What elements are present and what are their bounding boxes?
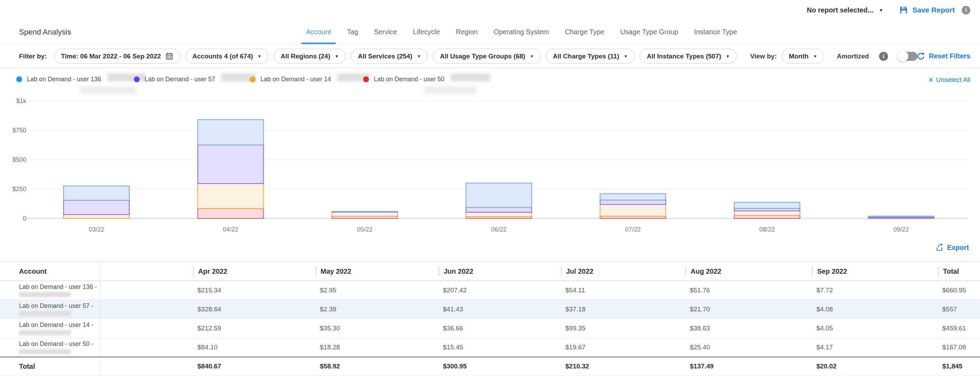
bar-segment-lab-on-demand-user-136-05-22[interactable] bbox=[332, 211, 398, 212]
filter-pill-all-usage-type-groups[interactable]: All Usage Type Groups (68)▼ bbox=[433, 49, 541, 63]
bar-segment-lab-on-demand-user-50-07-22[interactable] bbox=[600, 216, 666, 218]
report-selector-label: No report selected... bbox=[807, 6, 873, 14]
value-cell: $167.08 bbox=[938, 338, 980, 357]
bar-segment-lab-on-demand-user-136-08-22[interactable] bbox=[734, 202, 800, 208]
table-header-row: AccountApr 2022May 2022Jun 2022Jul 2022A… bbox=[0, 262, 980, 281]
filter-pill-all-charge-types[interactable]: All Charge Types (11)▼ bbox=[546, 49, 635, 63]
value-cell: $54.11 bbox=[561, 281, 686, 300]
unselect-all-label: Unselect All bbox=[936, 76, 970, 84]
column-header-account: Account bbox=[0, 262, 100, 281]
filter-pill-all-regions[interactable]: All Regions (24)▼ bbox=[274, 49, 345, 63]
column-header-may-2022: May 2022 bbox=[315, 262, 439, 281]
filter-pill-all-instance-types[interactable]: All Instance Types (507)▼ bbox=[640, 49, 737, 63]
account-name: Lab on Demand - user 50 - bbox=[19, 340, 100, 347]
bar-segment-lab-on-demand-user-136-07-22[interactable] bbox=[600, 194, 666, 200]
filter-pill-accounts-4[interactable]: Accounts 4 (of 674)▼ bbox=[185, 49, 268, 63]
tab-instance-type[interactable]: Instance Type bbox=[694, 20, 737, 44]
x-axis-tick-label: 04/22 bbox=[223, 226, 238, 233]
tab-service[interactable]: Service bbox=[374, 20, 397, 44]
account-name: Lab on Demand - user 136 - bbox=[19, 283, 100, 290]
bar-segment-lab-on-demand-user-14-08-22[interactable] bbox=[734, 211, 800, 215]
value-cell: $51.76 bbox=[686, 281, 812, 300]
table-row-lab-on-demand-user-57: Lab on Demand - user 57 -$328.64$2.39$41… bbox=[0, 300, 980, 319]
column-header-aug-2022: Aug 2022 bbox=[686, 262, 812, 281]
save-report-label: Save Report bbox=[912, 6, 955, 14]
filter-by-label: Filter by: bbox=[19, 52, 47, 60]
legend-dot bbox=[363, 76, 369, 82]
amortized-info-icon[interactable]: i bbox=[879, 52, 888, 61]
chevron-down-icon: ▼ bbox=[879, 8, 883, 13]
export-row: Export bbox=[0, 238, 980, 262]
filter-pill-label: All Regions (24) bbox=[280, 52, 330, 60]
bar-segment-lab-on-demand-user-57-08-22[interactable] bbox=[734, 208, 800, 211]
bar-segment-lab-on-demand-user-136-03-22[interactable] bbox=[64, 186, 129, 200]
bar-segment-lab-on-demand-user-14-05-22[interactable] bbox=[332, 212, 398, 216]
column-header-apr-2022: Apr 2022 bbox=[193, 262, 315, 281]
unselect-all-button[interactable]: × Unselect All bbox=[929, 76, 970, 84]
total-value-cell: $210.32 bbox=[561, 357, 686, 376]
bar-segment-lab-on-demand-user-57-04-22[interactable] bbox=[198, 145, 264, 184]
chevron-down-icon: ▼ bbox=[813, 54, 817, 59]
value-cell: $7.72 bbox=[812, 281, 938, 300]
spacer-cell bbox=[100, 357, 193, 376]
account-cell: Lab on Demand - user 57 - bbox=[0, 300, 100, 319]
x-axis-tick-label: 05/22 bbox=[357, 226, 372, 233]
value-cell: $4.08 bbox=[812, 300, 938, 319]
value-cell: $660.95 bbox=[938, 281, 980, 300]
filter-pill-all-services[interactable]: All Services (254)▼ bbox=[351, 49, 428, 63]
amortized-label: Amortized bbox=[837, 52, 869, 60]
info-icon[interactable]: i bbox=[962, 6, 970, 14]
legend-dot bbox=[250, 76, 256, 82]
bar-segment-lab-on-demand-user-50-04-22[interactable] bbox=[198, 208, 264, 218]
bar-segment-lab-on-demand-user-57-03-22[interactable] bbox=[64, 200, 129, 214]
report-selector-dropdown[interactable]: No report selected... ▼ bbox=[807, 6, 883, 14]
bar-segment-lab-on-demand-user-57-06-22[interactable] bbox=[466, 207, 532, 212]
legend-item-lab-on-demand-user-57[interactable]: Lab on Demand - user 57 bbox=[134, 74, 250, 84]
tab-operating-system[interactable]: Operating System bbox=[493, 20, 549, 44]
reset-filters-button[interactable]: Reset Filters bbox=[917, 44, 970, 68]
column-header-jun-2022: Jun 2022 bbox=[439, 262, 561, 281]
value-cell: $215.34 bbox=[193, 281, 315, 300]
spacer-cell bbox=[100, 300, 193, 319]
tab-usage-type-group[interactable]: Usage Type Group bbox=[620, 20, 678, 44]
bar-segment-lab-on-demand-user-57-07-22[interactable] bbox=[600, 200, 666, 205]
view-by-dropdown[interactable]: Month ▼ bbox=[782, 49, 824, 63]
value-cell: $212.59 bbox=[193, 319, 315, 338]
legend-row: Lab on Demand - user 136Lab on Demand - … bbox=[0, 68, 980, 98]
legend-label: Lab on Demand - user 14 bbox=[260, 76, 331, 83]
bar-segment-lab-on-demand-user-14-06-22[interactable] bbox=[466, 212, 532, 216]
redacted-text bbox=[19, 292, 71, 297]
tab-region[interactable]: Region bbox=[456, 20, 477, 44]
y-axis-tick-label: $250 bbox=[13, 186, 26, 192]
tab-charge-type[interactable]: Charge Type bbox=[565, 20, 605, 44]
account-name: Lab on Demand - user 57 - bbox=[19, 302, 100, 309]
chevron-down-icon: ▼ bbox=[417, 54, 421, 59]
x-axis-tick-label: 03/22 bbox=[89, 226, 104, 233]
bar-segment-lab-on-demand-user-50-08-22[interactable] bbox=[734, 215, 800, 218]
legend-item-lab-on-demand-user-14[interactable]: Lab on Demand - user 14 bbox=[250, 74, 363, 84]
bar-segment-lab-on-demand-user-136-09-22[interactable] bbox=[868, 216, 934, 217]
export-button[interactable]: Export bbox=[935, 243, 969, 252]
filter-bar: Filter by: Time: 06 Mar 2022 - 06 Sep 20… bbox=[0, 44, 980, 68]
value-cell: $4.17 bbox=[812, 338, 938, 357]
y-axis-tick-label: $750 bbox=[13, 127, 26, 134]
bar-segment-lab-on-demand-user-136-04-22[interactable] bbox=[198, 120, 264, 145]
filter-pill-time-06-mar-2022-06-sep-2022[interactable]: Time: 06 Mar 2022 - 06 Sep 2022 bbox=[54, 49, 180, 63]
bar-segment-lab-on-demand-user-14-03-22[interactable] bbox=[64, 214, 129, 218]
column-header-spacer bbox=[100, 262, 193, 281]
view-by-label: View by: bbox=[750, 52, 777, 60]
save-report-button[interactable]: Save Report bbox=[899, 6, 955, 14]
bar-segment-lab-on-demand-user-136-06-22[interactable] bbox=[466, 183, 532, 208]
tab-lifecycle[interactable]: Lifecycle bbox=[413, 20, 440, 44]
bar-segment-lab-on-demand-user-14-04-22[interactable] bbox=[198, 184, 264, 208]
value-cell: $459.61 bbox=[938, 319, 980, 338]
legend-item-lab-on-demand-user-50[interactable]: Lab on Demand - user 50 bbox=[363, 74, 490, 84]
close-icon: × bbox=[929, 77, 933, 83]
bar-segment-lab-on-demand-user-14-07-22[interactable] bbox=[600, 205, 666, 216]
amortized-toggle[interactable] bbox=[898, 52, 917, 61]
legend-item-lab-on-demand-user-136[interactable]: Lab on Demand - user 136 bbox=[16, 74, 134, 84]
legend-dot bbox=[16, 76, 22, 82]
account-cell: Lab on Demand - user 136 - bbox=[0, 281, 100, 300]
tab-account[interactable]: Account bbox=[306, 20, 331, 44]
tab-tag[interactable]: Tag bbox=[347, 20, 358, 44]
